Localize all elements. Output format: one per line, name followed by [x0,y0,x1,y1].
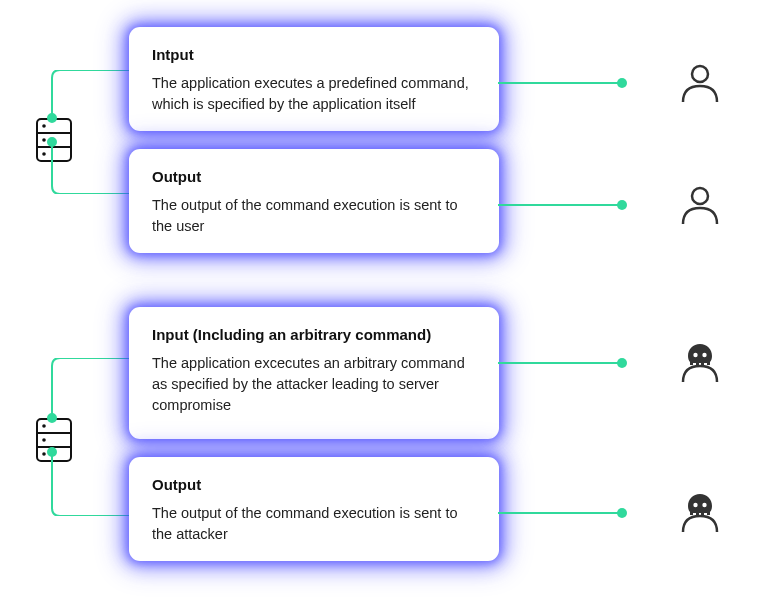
arrow-to-attacker-2 [498,512,626,514]
input-body: The application executes a predefined co… [152,73,476,115]
svg-point-16 [48,414,56,422]
svg-point-19 [702,353,706,357]
attack-flow-section: Input (Including an arbitrary command) T… [0,280,763,599]
attack-output-body: The output of the command execution is s… [152,503,476,545]
arrow-to-user-2 [498,204,626,206]
connector-left-1 [44,70,130,194]
svg-point-18 [693,353,697,357]
svg-point-20 [693,503,697,507]
svg-point-8 [692,66,708,82]
output-body: The output of the command execution is s… [152,195,476,237]
svg-point-7 [48,138,56,146]
svg-point-21 [702,503,706,507]
svg-point-9 [692,188,708,204]
svg-point-17 [48,448,56,456]
attack-output-card: Output The output of the command executi… [130,458,498,560]
svg-point-6 [48,114,56,122]
output-card: Output The output of the command executi… [130,150,498,252]
input-title: Intput [152,46,476,63]
attack-input-body: The application excecutes an arbitrary c… [152,353,476,416]
user-icon [679,62,721,104]
arrow-to-user-1 [498,82,626,84]
output-title: Output [152,168,476,185]
normal-flow-section: Intput The application executes a predef… [0,0,763,280]
attacker-icon [679,342,721,384]
user-icon [679,184,721,226]
connector-left-2 [44,358,130,516]
attack-input-title: Input (Including an arbitrary command) [152,326,476,343]
attack-input-card: Input (Including an arbitrary command) T… [130,308,498,438]
arrow-to-attacker-1 [498,362,626,364]
attack-output-title: Output [152,476,476,493]
input-card: Intput The application executes a predef… [130,28,498,130]
attacker-icon [679,492,721,534]
